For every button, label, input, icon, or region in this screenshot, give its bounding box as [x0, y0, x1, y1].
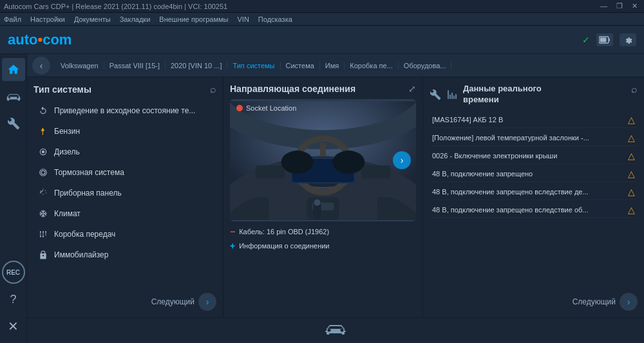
svg-point-11: [43, 236, 44, 237]
nav-arrow-right[interactable]: ›: [393, 151, 411, 169]
panel-right-footer: Следующий ›: [430, 288, 638, 311]
menu-bookmarks[interactable]: Закладки: [120, 15, 151, 23]
breadcrumb-passat[interactable]: Passat VIII [15-]: [104, 62, 166, 70]
cable-text: Кабель: 16 pin OBD (J1962): [239, 228, 329, 236]
svg-point-30: [332, 151, 365, 174]
menu-documents[interactable]: Документы: [74, 15, 111, 23]
system-item-dashboard[interactable]: Приборная панель: [33, 184, 216, 202]
connection-detail[interactable]: + Информация о соединении: [230, 241, 416, 251]
svg-point-29: [281, 151, 314, 174]
system-list: Приведение в исходное состояние те... Бе…: [33, 102, 216, 288]
minus-icon: −: [230, 227, 235, 237]
connection-image: VW: [230, 99, 416, 221]
breadcrumb-volkswagen[interactable]: Volkswagen: [55, 62, 104, 70]
breadcrumb-name[interactable]: Имя: [320, 62, 345, 70]
breadcrumb-system-type[interactable]: Тип системы: [227, 62, 280, 70]
system-item-climate[interactable]: Климат: [33, 205, 216, 223]
breadcrumb-items: Volkswagen Passat VIII [15-] 2020 [VIN 1…: [55, 62, 639, 70]
svg-point-9: [45, 231, 46, 232]
car-icon-bottom[interactable]: [324, 322, 347, 339]
titlebar: Autocom Cars CDP+ | Release 2021 (2021.1…: [0, 0, 644, 13]
bottom-bar: [27, 317, 644, 343]
dashboard-icon: [37, 187, 49, 199]
petrol-icon: [37, 125, 49, 137]
breadcrumb-system[interactable]: Система: [281, 62, 320, 70]
cable-info: − Кабель: 16 pin OBD (J1962): [230, 227, 416, 237]
system-item-immobilizer[interactable]: Иммобилайзер: [33, 246, 216, 264]
rec-button[interactable]: REC: [2, 261, 25, 284]
breadcrumb-gearbox[interactable]: Коробка пе...: [345, 62, 399, 70]
diesel-icon: [37, 146, 49, 158]
reset-icon: [37, 105, 49, 116]
system-item-reset[interactable]: Приведение в исходное состояние те...: [33, 102, 216, 120]
system-item-transmission[interactable]: Коробка передач: [33, 225, 216, 243]
menu-vin[interactable]: VIN: [238, 15, 249, 23]
next-button-left[interactable]: Следующий ›: [151, 293, 216, 311]
system-item-dashboard-label: Приборная панель: [54, 189, 122, 198]
system-item-brakes-label: Тормозная система: [54, 168, 124, 177]
wrench-icon: [430, 89, 441, 100]
maximize-button[interactable]: ❐: [614, 2, 625, 10]
next-arrow-right: ›: [620, 293, 638, 311]
header-icons: ✓: [582, 33, 636, 46]
search-icon-right[interactable]: ⌕: [631, 84, 638, 95]
realtime-list: [MAS16744] АКБ 12 В △ [Положение] левой …: [430, 112, 638, 288]
realtime-text-4: 48 В, подключение запрещено: [432, 170, 625, 178]
sidebar: REC ? ✕: [0, 54, 27, 343]
breadcrumb-year[interactable]: 2020 [VIN 10 ...]: [166, 62, 228, 70]
panel-middle-title: Направляющая соединения: [230, 84, 355, 94]
breadcrumb-equipment[interactable]: Оборудова...: [399, 62, 452, 70]
connection-info: − Кабель: 16 pin OBD (J1962) + Информаци…: [230, 227, 416, 251]
warn-icon-1: △: [628, 115, 635, 125]
svg-point-24: [314, 199, 321, 205]
system-item-climate-label: Климат: [54, 209, 80, 218]
settings-icon[interactable]: [620, 33, 636, 46]
titlebar-title: Autocom Cars CDP+ | Release 2021 (2021.1…: [4, 3, 227, 10]
sidebar-tool-icon[interactable]: [2, 112, 25, 135]
help-button[interactable]: ?: [2, 288, 25, 311]
panel-left-title: Тип системы: [33, 84, 91, 95]
close-button[interactable]: ✕: [629, 2, 640, 10]
panel-right-title-row: Данные реальноговремени: [430, 84, 542, 106]
panel-connection: Направляющая соединения ⤢: [223, 77, 423, 317]
next-arrow-left: ›: [198, 293, 216, 311]
next-button-right[interactable]: Следующий ›: [573, 293, 638, 311]
system-item-reset-label: Приведение в исходное состояние те...: [54, 106, 195, 115]
socket-dot: [236, 105, 243, 111]
main-layout: REC ? ✕ ‹ Volkswagen Passat VIII [15-] 2…: [0, 54, 644, 343]
system-item-petrol-label: Бензин: [54, 127, 80, 136]
minimize-button[interactable]: —: [598, 2, 610, 10]
panel-system-type: Тип системы ⌕ Приведение в исходное сост…: [27, 77, 223, 317]
car-interior-svg: VW: [230, 101, 416, 220]
climate-icon: [37, 208, 49, 219]
svg-point-5: [40, 169, 47, 176]
realtime-text-5: 48 В, подключение запрещено вследствие д…: [432, 188, 625, 196]
breadcrumb: ‹ Volkswagen Passat VIII [15-] 2020 [VIN…: [27, 54, 644, 77]
system-item-brakes[interactable]: Тормозная система: [33, 163, 216, 181]
back-button[interactable]: ‹: [32, 57, 50, 75]
svg-rect-28: [361, 165, 390, 178]
system-item-petrol[interactable]: Бензин: [33, 122, 216, 140]
panel-middle-header: Направляющая соединения ⤢: [230, 84, 416, 94]
system-item-diesel[interactable]: Дизель: [33, 143, 216, 161]
menu-file[interactable]: Файл: [4, 15, 21, 23]
exit-button[interactable]: ✕: [2, 315, 25, 338]
menu-help[interactable]: Подсказка: [258, 15, 292, 23]
menu-settings[interactable]: Настройки: [30, 15, 65, 23]
panel-left-footer: Следующий ›: [33, 288, 216, 311]
expand-icon[interactable]: ⤢: [408, 84, 416, 94]
panels: Тип системы ⌕ Приведение в исходное сост…: [27, 77, 644, 317]
sidebar-home-icon[interactable]: [2, 58, 25, 81]
search-icon-left[interactable]: ⌕: [210, 84, 216, 95]
svg-point-8: [43, 231, 44, 232]
menu-external[interactable]: Внешние программы: [159, 15, 228, 23]
panel-realtime: Данные реальноговремени ⌕ [MAS16744] АКБ…: [423, 77, 644, 317]
realtime-text-6: 48 В, подключение запрещено вследствие о…: [432, 206, 625, 214]
battery-icon[interactable]: [596, 33, 613, 46]
panel-right-header: Данные реальноговремени ⌕: [430, 84, 638, 106]
panel-right-title-container: Данные реальноговремени: [463, 84, 542, 106]
connection-detail-text: Информация о соединении: [239, 242, 329, 250]
sidebar-car-icon[interactable]: [2, 85, 25, 108]
next-label-right: Следующий: [573, 297, 616, 306]
warn-icon-5: △: [628, 187, 635, 197]
